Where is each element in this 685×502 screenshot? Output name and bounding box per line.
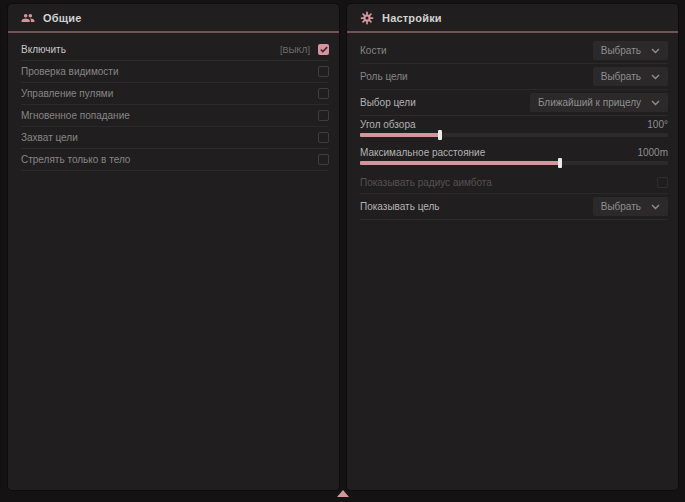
slider-fill[interactable] xyxy=(360,133,440,137)
panel-title: Общие xyxy=(43,12,82,24)
toggle-row-visibility-check[interactable]: Проверка видимости xyxy=(21,61,329,83)
target-selection-select[interactable]: Ближайший к прицелу xyxy=(530,93,668,112)
panel-settings-header: Настройки xyxy=(347,4,678,31)
row-label: Управление пулями xyxy=(21,88,318,99)
slider-fill[interactable] xyxy=(360,161,560,165)
row-label: Мгновенное попадание xyxy=(21,110,318,121)
row-label: Угол обзора xyxy=(360,119,647,130)
chevron-down-icon xyxy=(651,100,660,106)
select-row-show-target: Показывать цель Выбрать xyxy=(360,194,668,220)
slider-row-max-distance: Максимальное расстояние 1000m xyxy=(360,144,668,172)
enable-checkbox[interactable] xyxy=(318,44,329,55)
select-value: Выбрать xyxy=(601,71,641,82)
panel-general: Общие Включить [ВЫКЛ] Проверка видимости… xyxy=(8,4,339,490)
slider-row-fov: Угол обзора 100° xyxy=(360,116,668,144)
check-icon xyxy=(320,46,328,53)
body-only-checkbox[interactable] xyxy=(318,154,329,165)
fov-slider[interactable] xyxy=(360,133,668,137)
select-value: Ближайший к прицелу xyxy=(538,97,641,108)
visibility-check-checkbox[interactable] xyxy=(318,66,329,77)
gear-icon xyxy=(360,11,374,25)
instant-hit-checkbox[interactable] xyxy=(318,110,329,121)
row-label: Кости xyxy=(360,45,593,56)
slider-value: 100° xyxy=(647,119,668,130)
target-role-select[interactable]: Выбрать xyxy=(593,67,668,86)
toggle-row-bullet-control[interactable]: Управление пулями xyxy=(21,83,329,105)
row-label: Максимальное расстояние xyxy=(360,147,637,158)
row-label: Включить xyxy=(21,44,280,55)
slider-value: 1000m xyxy=(637,147,668,158)
toggle-row-enable[interactable]: Включить [ВЫКЛ] xyxy=(21,39,329,61)
max-distance-slider[interactable] xyxy=(360,161,668,165)
row-label: Показывать радиус аимбота xyxy=(360,177,657,188)
panel-settings: Настройки Кости Выбрать Роль цели Выбрат… xyxy=(347,4,678,490)
show-target-select[interactable]: Выбрать xyxy=(593,197,668,216)
row-label: Проверка видимости xyxy=(21,66,318,77)
people-icon xyxy=(21,11,35,25)
toggle-row-body-only[interactable]: Стрелять только в тело xyxy=(21,149,329,171)
select-value: Выбрать xyxy=(601,45,641,56)
bullet-control-checkbox[interactable] xyxy=(318,88,329,99)
chevron-down-icon xyxy=(651,48,660,54)
row-label: Роль цели xyxy=(360,71,593,82)
chevron-down-icon xyxy=(651,74,660,80)
target-lock-checkbox[interactable] xyxy=(318,132,329,143)
toggle-row-target-lock[interactable]: Захват цели xyxy=(21,127,329,149)
chevron-down-icon xyxy=(651,204,660,210)
row-label: Стрелять только в тело xyxy=(21,154,318,165)
select-value: Выбрать xyxy=(601,201,641,212)
row-label: Захват цели xyxy=(21,132,318,143)
select-row-target-role: Роль цели Выбрать xyxy=(360,64,668,90)
triangle-up-icon[interactable] xyxy=(337,490,349,497)
settings-rows: Кости Выбрать Роль цели Выбрать Выбор це… xyxy=(347,33,678,220)
row-label: Выбор цели xyxy=(360,97,530,108)
show-aimbot-radius-checkbox[interactable] xyxy=(657,177,668,188)
general-rows: Включить [ВЫКЛ] Проверка видимости Управ… xyxy=(8,33,339,171)
panel-general-header: Общие xyxy=(8,4,339,31)
row-label: Показывать цель xyxy=(360,201,593,212)
keybind-hint: [ВЫКЛ] xyxy=(280,45,310,55)
select-row-bones: Кости Выбрать xyxy=(360,38,668,64)
bones-select[interactable]: Выбрать xyxy=(593,41,668,60)
toggle-row-instant-hit[interactable]: Мгновенное попадание xyxy=(21,105,329,127)
toggle-row-show-aimbot-radius: Показывать радиус аимбота xyxy=(360,172,668,194)
panel-title: Настройки xyxy=(382,12,442,24)
select-row-target-selection: Выбор цели Ближайший к прицелу xyxy=(360,90,668,116)
